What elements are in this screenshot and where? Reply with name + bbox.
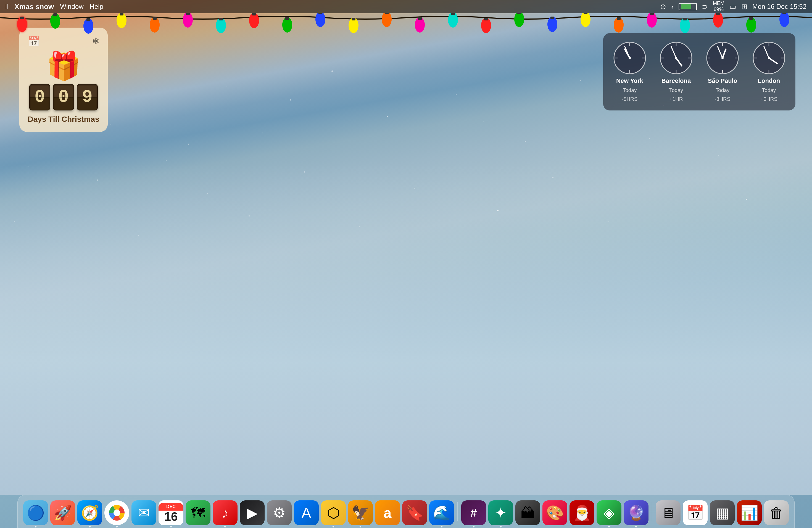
clock-barcelona: Barcelona Today +1HR [659, 41, 693, 102]
dock-indicator-unknown2 [441, 526, 443, 527]
dock-app-maps[interactable]: 🗺 [186, 500, 211, 525]
snow-particle [14, 221, 15, 222]
dock-app-unknown7[interactable]: ▦ [710, 500, 735, 525]
dock-app-finder2[interactable]: 🖥 [656, 500, 681, 525]
mountain-overlay [0, 163, 812, 495]
dock-app-slack[interactable]: # [461, 500, 486, 525]
dock-indicator-slack [473, 526, 475, 527]
dock-separator-2 [652, 502, 652, 522]
clock-face-sao-paulo [706, 41, 739, 75]
battery-icon[interactable] [679, 3, 697, 10]
widget-title: Days Till Christmas [28, 115, 99, 124]
calendar2-icon: 📅 [686, 504, 704, 522]
dock-indicator-unknown6 [635, 526, 637, 527]
dock: 🔵 🚀 🧭 ✉ DEC 16 🗺 ♪ ▶ [17, 495, 795, 528]
appstore-icon: A [302, 504, 311, 521]
dock-app-chrome[interactable] [104, 500, 129, 525]
calendar-day: 16 [164, 511, 178, 523]
svg-point-71 [721, 57, 724, 59]
snow-particle [290, 99, 291, 101]
dock-app-calendar[interactable]: DEC 16 [159, 500, 184, 525]
snow-particle [525, 141, 526, 142]
appletv-icon: ▶ [247, 504, 258, 521]
dock-app-safari[interactable]: 🧭 [77, 500, 102, 525]
clock-offset-sao-paulo: -3HRS [714, 96, 730, 102]
svg-point-81 [114, 510, 120, 516]
dock-indicator-safari [89, 526, 91, 527]
clock-offset-london: +0HRS [760, 96, 778, 102]
slack-icon: # [470, 506, 477, 519]
snow-particle [28, 166, 28, 166]
dock-app-sketch[interactable]: ⬡ [321, 500, 346, 525]
snow-particle [166, 160, 166, 161]
widget-header: 📅 ❄ [28, 36, 99, 47]
dock-app-trash[interactable]: 🗑 [764, 500, 789, 525]
unknown5-icon: ◈ [604, 504, 614, 521]
dock-indicator-sketch [333, 526, 334, 527]
help-menu[interactable]: Help [90, 3, 103, 11]
dock-app-launchpad[interactable]: 🚀 [50, 500, 75, 525]
dock-indicator-unknown5 [608, 526, 610, 527]
dock-app-appletv[interactable]: ▶ [240, 500, 265, 525]
finder-icon: 🔵 [27, 504, 45, 522]
clock-london: London Today +0HRS [752, 41, 785, 102]
snow-particle [262, 133, 263, 133]
app-name[interactable]: Xmas snow [14, 2, 54, 11]
dock-app-unknown2[interactable]: 🌊 [429, 500, 454, 525]
city-label-sao-paulo: São Paulo [708, 77, 737, 85]
dock-app-appstore[interactable]: A [294, 500, 319, 525]
sketchbook-icon: 🦅 [352, 504, 369, 522]
back-icon[interactable]: ‹ [671, 2, 673, 11]
dock-app-systemprefs[interactable]: ⚙ [267, 500, 292, 525]
snow-particle [304, 171, 305, 173]
display-icon[interactable]: ▭ [729, 2, 736, 11]
systemprefs-icon: ⚙ [273, 504, 286, 521]
mem-value: 69% [714, 6, 724, 13]
snow-particle [331, 70, 333, 72]
dock-app-unknown1[interactable]: 🔖 [402, 500, 427, 525]
safari-icon: 🧭 [81, 504, 99, 522]
controls-icon[interactable]: ⊞ [741, 2, 748, 11]
dock-app-unknown5[interactable]: ◈ [597, 500, 621, 525]
gift-icon: 🎁 [46, 52, 81, 79]
snow-particle [580, 80, 581, 81]
chrome-icon [108, 504, 125, 521]
christmas-countdown-widget: 📅 ❄ 🎁 0 0 9 Days Till Christmas [19, 28, 108, 132]
snow-particle [249, 216, 250, 217]
apple-menu[interactable]:  [5, 2, 8, 11]
dock-app-finder[interactable]: 🔵 [23, 500, 48, 525]
dock-app-stats[interactable]: 📊 [737, 500, 762, 525]
dock-app-santa[interactable]: 🎅 [569, 500, 594, 525]
dock-indicator-chatgpt [500, 526, 502, 527]
dock-app-mail[interactable]: ✉ [131, 500, 156, 525]
snowflake-right: ❄ [92, 36, 99, 46]
window-menu[interactable]: Window [60, 3, 83, 11]
dock-app-chatgpt[interactable]: ✦ [488, 500, 513, 525]
snow-particle [111, 124, 111, 125]
unknown1-icon: 🔖 [406, 504, 424, 522]
clock-face-london [752, 41, 785, 75]
calendar-icon: 📅 [28, 36, 40, 47]
dock-app-photos[interactable]: 🏔 [516, 500, 540, 525]
dock-app-calendar2[interactable]: 📅 [683, 500, 708, 525]
snow-particle [608, 221, 608, 222]
dock-app-sketchbook[interactable]: 🦅 [348, 500, 373, 525]
wifi-icon[interactable]: ⊃ [702, 2, 708, 11]
datetime-display[interactable]: Mon 16 Dec 15:52 [752, 3, 807, 11]
unknown6-icon: 🔮 [627, 504, 645, 522]
dock-app-art[interactable]: 🎨 [542, 500, 567, 525]
svg-point-55 [628, 57, 631, 59]
snow-particle [649, 138, 650, 139]
dock-app-amazon[interactable]: a [375, 500, 400, 525]
trash-icon: 🗑 [769, 504, 784, 521]
mem-indicator[interactable]: MEM 69% [713, 1, 724, 12]
airdrop-icon[interactable]: ⊙ [660, 2, 666, 11]
clock-face-new-york [613, 41, 646, 75]
dock-app-unknown6[interactable]: 🔮 [624, 500, 649, 525]
gift-display: 🎁 [46, 52, 81, 79]
dock-app-music[interactable]: ♪ [213, 500, 237, 525]
digit-ones: 9 [77, 84, 98, 111]
snow-particle [387, 116, 388, 117]
mem-label: MEM [713, 1, 724, 6]
snow-particle [456, 94, 456, 95]
